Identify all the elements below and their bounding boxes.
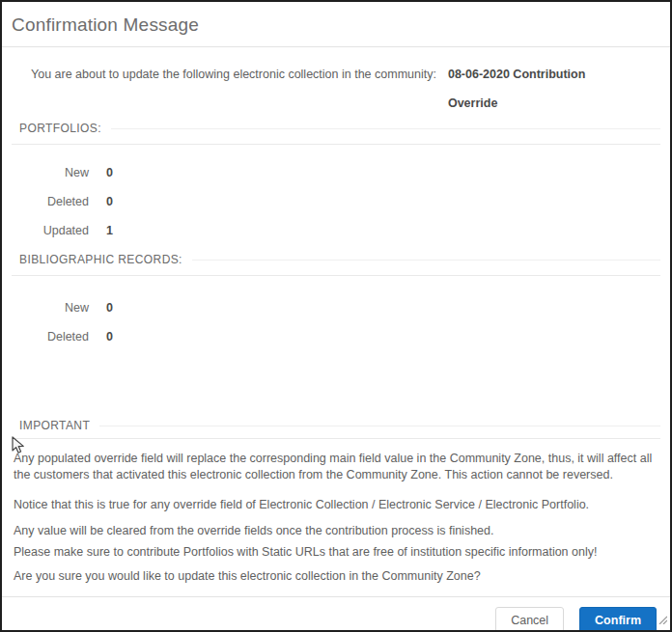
stat-value: 0 xyxy=(106,301,113,315)
collection-name: 08-06-2020 Contribution Override xyxy=(448,60,593,118)
bibliographic-records-header-label: BIBLIOGRAPHIC RECORDS: xyxy=(19,253,182,266)
bibliographic-records-section-header: BIBLIOGRAPHIC RECORDS: xyxy=(12,253,660,276)
important-paragraph: Any value will be cleared from the overr… xyxy=(14,523,658,539)
header-rule xyxy=(192,260,660,261)
cancel-button[interactable]: Cancel xyxy=(495,607,564,632)
confirm-button[interactable]: Confirm xyxy=(579,607,657,632)
stat-value: 0 xyxy=(106,330,113,343)
stat-label: Deleted xyxy=(12,195,89,208)
resize-grip-handle[interactable] xyxy=(658,611,667,628)
stat-row-portfolios-new: New 0 xyxy=(12,158,660,187)
stat-label: New xyxy=(12,301,89,315)
important-question: Are you sure you would like to update th… xyxy=(14,568,658,585)
dialog-header: Confirmation Message xyxy=(2,2,670,47)
stat-label: Updated xyxy=(12,224,89,237)
stat-value: 0 xyxy=(106,195,113,208)
stat-label: Deleted xyxy=(12,330,89,343)
dialog-footer: Cancel Confirm xyxy=(2,596,670,632)
stat-label: New xyxy=(12,166,89,179)
bibliographic-records-stats: New 0 Deleted 0 xyxy=(12,293,660,351)
intro-label: You are about to update the following el… xyxy=(31,65,448,118)
header-rule xyxy=(111,128,660,129)
important-paragraphs: Any populated override field will replac… xyxy=(12,451,660,585)
stat-row-portfolios-deleted: Deleted 0 xyxy=(12,187,660,216)
important-header-label: IMPORTANT xyxy=(19,419,90,432)
important-paragraph: Please make sure to contribute Portfolio… xyxy=(14,544,658,561)
intro-row: You are about to update the following el… xyxy=(12,65,660,118)
important-section-header: IMPORTANT xyxy=(12,419,660,439)
confirmation-dialog: Confirmation Message You are about to up… xyxy=(0,0,672,632)
portfolios-section-header: PORTFOLIOS: xyxy=(12,122,660,145)
stat-row-bib-new: New 0 xyxy=(12,293,660,322)
important-paragraph: Notice that this is true for any overrid… xyxy=(14,497,658,513)
stat-row-portfolios-updated: Updated 1 xyxy=(12,216,660,245)
dialog-content: You are about to update the following el… xyxy=(2,65,670,585)
header-rule xyxy=(99,426,660,426)
dialog-title: Confirmation Message xyxy=(12,14,658,36)
portfolios-header-label: PORTFOLIOS: xyxy=(19,122,101,135)
portfolios-stats: New 0 Deleted 0 Updated 1 xyxy=(12,158,660,245)
stat-value: 0 xyxy=(106,166,113,179)
important-paragraph: Any populated override field will replac… xyxy=(14,451,658,483)
stat-value: 1 xyxy=(106,224,113,237)
stat-row-bib-deleted: Deleted 0 xyxy=(12,322,660,351)
